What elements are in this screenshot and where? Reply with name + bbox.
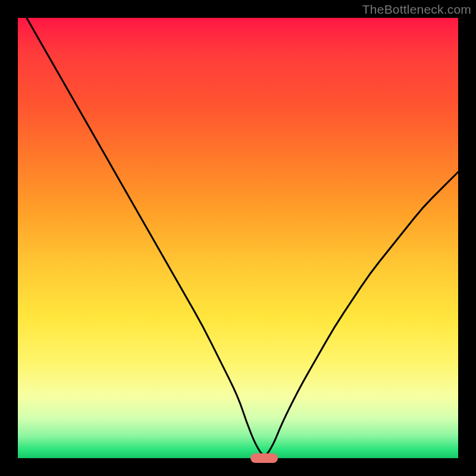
optimal-marker: [250, 453, 278, 463]
chart-frame: TheBottleneck.com: [0, 0, 476, 476]
bottleneck-curve: [18, 18, 458, 458]
plot-area: [18, 18, 458, 458]
watermark-text: TheBottleneck.com: [362, 2, 471, 17]
